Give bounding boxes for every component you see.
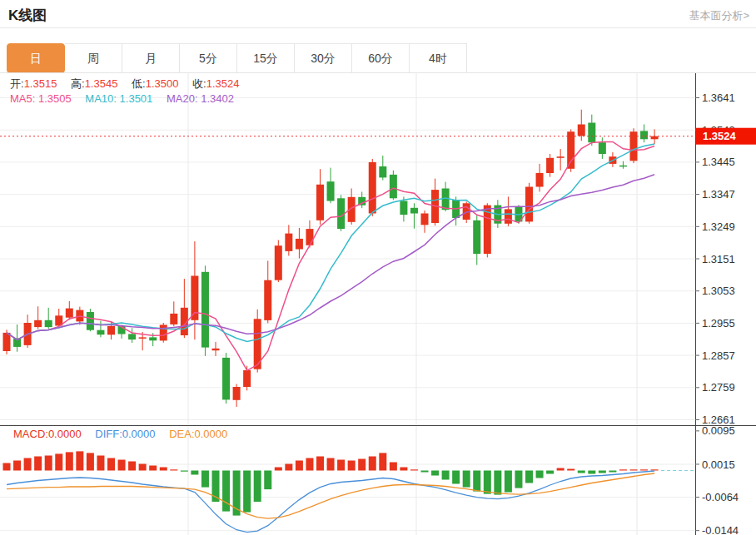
kline-chart[interactable]: 1.36411.35431.34451.33471.32491.31511.30… [0,73,756,535]
macd-readout: MACD:0.0000 [13,428,82,440]
ma20-readout: MA20: 1.3402 [167,92,234,105]
fundamental-analysis-link[interactable]: 基本面分析> [689,8,749,23]
tab-30min[interactable]: 30分 [295,43,352,73]
svg-text:1.3151: 1.3151 [702,253,735,265]
ohlc-legend: 开:1.3515 高:1.3545 低:1.3500 收:1.3524 [10,77,250,92]
svg-text:1.2955: 1.2955 [702,317,735,329]
tab-5min[interactable]: 5分 [180,43,237,73]
svg-text:1.3053: 1.3053 [702,285,735,297]
tab-60min[interactable]: 60分 [352,43,410,73]
svg-text:1.3641: 1.3641 [702,92,735,104]
kline-page: K线图 基本面分析> 日 周 月 5分 15分 30分 60分 4时 开:1.3… [0,0,756,535]
tab-month[interactable]: 月 [122,43,180,73]
period-tabs: 日 周 月 5分 15分 30分 60分 4时 [7,43,467,73]
ma-legend: MA5: 1.3505 MA10: 1.3501 MA20: 1.3402 [10,92,245,105]
low-readout: 低:1.3500 [132,77,178,90]
svg-text:1.2759: 1.2759 [702,381,735,394]
kline-svg[interactable]: 1.36411.35431.34451.33471.32491.31511.30… [0,73,756,535]
svg-text:1.3347: 1.3347 [702,188,735,201]
svg-text:1.3445: 1.3445 [702,156,735,168]
tab-4hour[interactable]: 4时 [410,43,467,73]
page-title: K线图 [8,6,47,25]
ma5-readout: MA5: 1.3505 [10,92,72,105]
tab-day[interactable]: 日 [7,43,65,73]
high-readout: 高:1.3545 [71,77,117,90]
macd-legend: MACD:0.0000 DIFF:0.0000 DEA:0.0000 [13,428,238,440]
tab-15min[interactable]: 15分 [237,43,295,73]
dea-readout: DEA:0.0000 [169,428,227,440]
close-readout: 收:1.3524 [192,77,239,90]
open-readout: 开:1.3515 [10,77,57,90]
svg-text:0.0015: 0.0015 [702,458,735,471]
svg-text:-0.0144: -0.0144 [702,524,739,535]
diff-readout: DIFF:0.0000 [95,428,155,440]
svg-text:0.0095: 0.0095 [702,424,735,437]
ma10-readout: MA10: 1.3501 [85,92,152,105]
svg-text:1.3249: 1.3249 [702,220,735,233]
header-divider [0,27,756,28]
svg-text:1.3524: 1.3524 [703,130,737,142]
svg-text:-0.0064: -0.0064 [702,491,739,503]
tab-week[interactable]: 周 [65,43,122,73]
svg-text:1.2857: 1.2857 [702,349,735,362]
